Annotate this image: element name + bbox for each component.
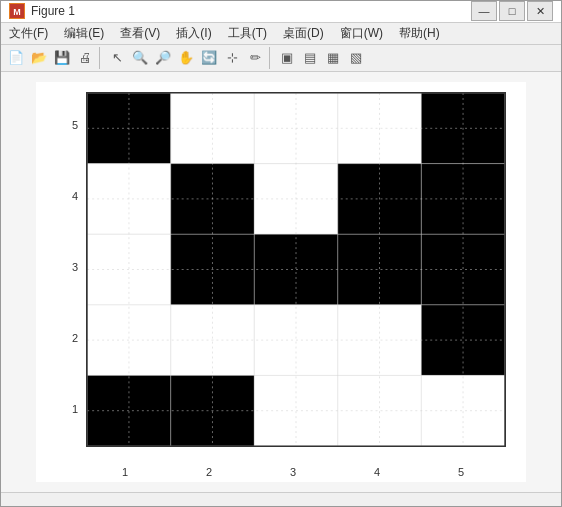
save-button[interactable]: 💾 [51,47,73,69]
app-icon: M [9,3,25,19]
cell-r3-c3 [338,305,422,376]
toolbar: 📄📂💾🖨↖🔍🔎✋🔄⊹✏▣▤▦▧ [1,45,561,72]
cell-r4-c4 [421,375,505,446]
menu-item-t[interactable]: 工具(T) [220,23,275,44]
cell-r2-c4 [421,234,505,305]
sep2 [269,47,273,69]
new-button[interactable]: 📄 [5,47,27,69]
plot-container: 1234512345 [36,82,526,482]
pan-tool[interactable]: ✋ [175,47,197,69]
brush-tool[interactable]: ✏ [244,47,266,69]
rotate-tool[interactable]: 🔄 [198,47,220,69]
cell-r2-c3 [338,234,422,305]
zoom-in-tool[interactable]: 🔍 [129,47,151,69]
close-button[interactable]: ✕ [527,1,553,21]
y-label-1: 1 [38,403,78,415]
figure-area: 1234512345 [1,72,561,492]
y-label-5: 5 [38,119,78,131]
menu-item-v[interactable]: 查看(V) [112,23,168,44]
datacursor-tool[interactable]: ⊹ [221,47,243,69]
menu-item-e[interactable]: 编辑(E) [56,23,112,44]
menu-item-h[interactable]: 帮助(H) [391,23,448,44]
zoom-out-tool[interactable]: 🔎 [152,47,174,69]
svg-text:M: M [13,7,21,17]
sep1 [99,47,103,69]
maximize-button[interactable]: □ [499,1,525,21]
minimize-button[interactable]: — [471,1,497,21]
menu-item-w[interactable]: 窗口(W) [332,23,391,44]
titlebar: M Figure 1 — □ ✕ [1,1,561,23]
statusbar [1,492,561,506]
x-label-2: 2 [206,466,212,478]
menu-item-f[interactable]: 文件(F) [1,23,56,44]
menu-item-i[interactable]: 插入(I) [168,23,219,44]
window-title: Figure 1 [31,4,471,18]
axes [86,92,506,447]
pointer-tool[interactable]: ↖ [106,47,128,69]
cell-r4-c3 [338,375,422,446]
y-label-2: 2 [38,332,78,344]
x-label-1: 1 [122,466,128,478]
property2-button[interactable]: ▧ [345,47,367,69]
main-window: M Figure 1 — □ ✕ 文件(F)编辑(E)查看(V)插入(I)工具(… [0,0,562,507]
grid-svg [87,93,505,446]
x-label-5: 5 [458,466,464,478]
property1-button[interactable]: ▦ [322,47,344,69]
menubar: 文件(F)编辑(E)查看(V)插入(I)工具(T)桌面(D)窗口(W)帮助(H) [1,23,561,45]
cell-r3-c4 [421,305,505,376]
print-button[interactable]: 🖨 [74,47,96,69]
open-button[interactable]: 📂 [28,47,50,69]
x-label-4: 4 [374,466,380,478]
legend-button[interactable]: ▤ [299,47,321,69]
menu-item-d[interactable]: 桌面(D) [275,23,332,44]
y-label-3: 3 [38,261,78,273]
y-label-4: 4 [38,190,78,202]
x-label-3: 3 [290,466,296,478]
window-controls: — □ ✕ [471,1,553,21]
colorbar-button[interactable]: ▣ [276,47,298,69]
